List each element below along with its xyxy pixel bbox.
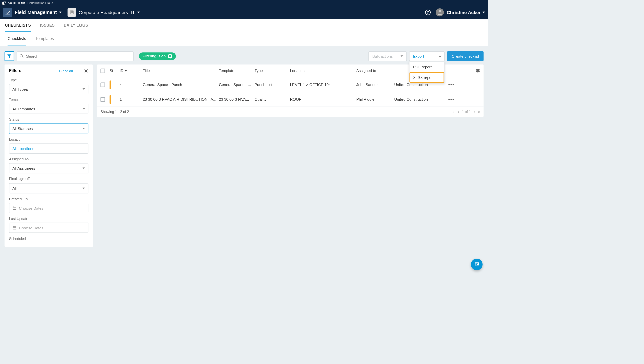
app-name-label: Field Management	[15, 10, 57, 15]
svg-rect-8	[13, 207, 16, 210]
col-header-location[interactable]: Location	[290, 69, 356, 73]
toggle-filter-panel-button[interactable]	[5, 51, 14, 61]
export-menu: PDF report XLSX report	[409, 61, 445, 83]
calendar-icon	[12, 206, 16, 210]
row-checkbox[interactable]	[100, 82, 105, 87]
svg-rect-16	[475, 263, 478, 264]
sub-tab-checklists[interactable]: Checklists	[8, 32, 26, 46]
search-box[interactable]	[17, 51, 134, 61]
pager-last[interactable]: »	[478, 110, 480, 114]
clear-all-filters[interactable]: Clear all	[59, 69, 73, 73]
status-indicator	[110, 95, 111, 104]
project-name-label: Corporate Headquarters	[79, 10, 128, 15]
filter-final-signoffs-select[interactable]: All	[9, 183, 88, 193]
bulk-actions-dropdown[interactable]: Bulk actions	[369, 51, 407, 61]
filtering-chip-label: Filtering is on	[142, 54, 166, 58]
cell-id: 1	[120, 97, 143, 102]
filter-type-value: All Types	[12, 87, 28, 91]
grid-settings-button[interactable]	[475, 68, 480, 74]
pager-of: of	[465, 110, 468, 114]
col-header-status[interactable]: St	[110, 69, 120, 73]
col-header-type[interactable]: Type	[255, 69, 290, 73]
sort-down-icon	[124, 69, 127, 72]
filter-status-select[interactable]: All Statuses	[9, 123, 88, 134]
col-header-template[interactable]: Template	[219, 69, 255, 73]
project-switcher[interactable]: Corporate Headquarters B	[79, 10, 140, 15]
user-menu[interactable]: Christine Acker	[447, 10, 485, 15]
filter-template-value: All Templates	[12, 107, 35, 111]
app-bar: Field Management Corporate Headquarters …	[0, 6, 488, 19]
search-input[interactable]	[26, 54, 131, 58]
filter-type-select[interactable]: All Types	[9, 84, 88, 94]
filter-assigned-to-select[interactable]: All Assignees	[9, 163, 88, 173]
caret-down-icon	[483, 12, 485, 13]
clear-filter-chip-button[interactable]: ✕	[168, 54, 172, 59]
status-indicator	[110, 80, 111, 89]
pager-first[interactable]: «	[452, 110, 454, 114]
export-dropdown[interactable]: Export	[409, 51, 445, 61]
filter-last-updated-label: Last Updated	[9, 217, 88, 221]
col-header-id-label: ID	[120, 69, 123, 73]
cell-location: ROOF	[290, 97, 356, 102]
row-actions-button[interactable]: •••	[448, 82, 455, 87]
export-xlsx-option[interactable]: XLSX report	[410, 72, 445, 83]
help-icon[interactable]: ?	[425, 10, 431, 15]
row-actions-button[interactable]: •••	[448, 97, 455, 102]
filter-last-updated-input[interactable]: Choose Dates	[9, 223, 88, 233]
cell-title: 23 30 00-3 HVAC AIR DISTRIBUTION - A...	[143, 97, 219, 102]
filter-final-signoffs-value: All	[12, 186, 17, 190]
pager-prev[interactable]: ‹	[458, 110, 459, 114]
main-tab-issues[interactable]: ISSUES	[40, 19, 55, 32]
cell-type: Punch List	[255, 83, 290, 87]
svg-rect-4	[72, 12, 73, 13]
pager-next[interactable]: ›	[474, 110, 475, 114]
filter-location-select[interactable]: All Locations	[9, 144, 88, 154]
export-pdf-option[interactable]: PDF report	[410, 62, 445, 72]
filter-status-label: Status	[9, 117, 88, 121]
svg-rect-1	[71, 11, 72, 12]
svg-rect-3	[71, 12, 72, 13]
svg-rect-2	[72, 11, 73, 12]
avatar[interactable]	[436, 8, 444, 16]
main-tab-checklists[interactable]: CHECKLISTS	[5, 19, 31, 32]
close-filters-button[interactable]: ✕	[84, 68, 88, 75]
app-module-icon[interactable]	[3, 8, 12, 17]
sub-tabs: Checklists Templates	[0, 32, 488, 46]
bulk-actions-label: Bulk actions	[372, 54, 393, 58]
filter-created-on-input[interactable]: Choose Dates	[9, 203, 88, 213]
main-tab-daily-logs[interactable]: DAILY LOGS	[64, 19, 88, 32]
cell-template: 23 30 00-3 HVA...	[219, 97, 255, 102]
sub-tab-templates[interactable]: Templates	[35, 32, 54, 46]
create-checklist-button[interactable]: Create checklist	[447, 51, 484, 61]
cell-location: LEVEL 1 > OFFICE 104	[290, 83, 356, 87]
row-checkbox[interactable]	[100, 97, 105, 102]
svg-line-7	[22, 57, 23, 58]
project-icon[interactable]	[67, 8, 76, 17]
cell-assigned-to: Phil Riddle	[356, 97, 394, 102]
filters-panel: Filters Clear all ✕ Type All Types Templ…	[5, 65, 93, 247]
filter-final-signoffs-label: Final sign-offs	[9, 177, 88, 181]
cell-type: Quality	[255, 97, 290, 102]
filter-last-updated-placeholder: Choose Dates	[19, 226, 43, 230]
filter-template-select[interactable]: All Templates	[9, 104, 88, 114]
caret-down-icon	[137, 12, 140, 13]
col-header-title[interactable]: Title	[143, 69, 219, 73]
cell-id: 4	[120, 83, 143, 87]
export-label: Export	[413, 54, 424, 58]
caret-down-icon	[59, 12, 62, 13]
chat-fab[interactable]	[471, 259, 483, 270]
search-icon	[19, 54, 24, 59]
filter-assigned-to-value: All Assignees	[12, 166, 35, 170]
select-all-checkbox[interactable]	[100, 68, 105, 73]
calendar-icon	[12, 226, 16, 230]
filter-location-value: All Locations	[12, 146, 34, 151]
filter-icon	[7, 54, 12, 58]
filter-location-label: Location	[9, 137, 88, 141]
col-header-assigned-to[interactable]: Assigned to	[356, 69, 394, 73]
cell-assigned-to: John Sanner	[356, 83, 394, 87]
app-switcher[interactable]: Field Management	[15, 10, 61, 15]
svg-rect-12	[13, 227, 16, 229]
showing-count: Showing 1 - 2 of 2	[100, 110, 129, 114]
col-header-id[interactable]: ID	[120, 69, 143, 73]
table-row[interactable]: 1 23 30 00-3 HVAC AIR DISTRIBUTION - A..…	[97, 92, 484, 107]
